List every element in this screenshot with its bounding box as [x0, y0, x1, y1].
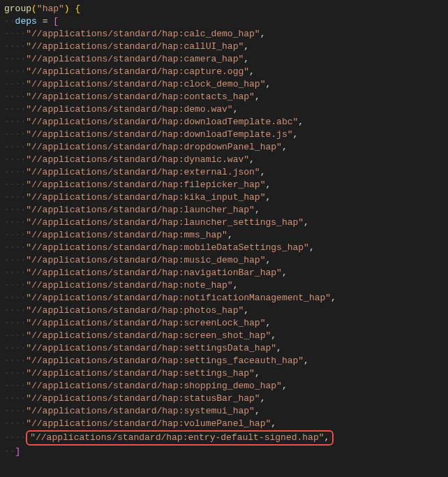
- indent-guide: ····: [4, 116, 26, 129]
- comma: ,: [331, 292, 336, 304]
- comma: ,: [282, 141, 288, 154]
- code-line[interactable]: group("hap") {: [0, 3, 448, 15]
- indent-guide: ····: [4, 432, 26, 444]
- code-line[interactable]: ····"//applications/standard/hap:downloa…: [0, 116, 448, 129]
- string-literal: "//applications/standard/hap:external.js…: [26, 166, 260, 179]
- comma: ,: [255, 405, 260, 418]
- highlighted-entry: "//applications/standard/hap:entry-defau…: [26, 430, 334, 446]
- comma: ,: [260, 28, 266, 41]
- code-line[interactable]: ····"//applications/standard/hap:contact…: [0, 91, 448, 103]
- code-line[interactable]: ····"//applications/standard/hap:setting…: [0, 355, 448, 367]
- code-line[interactable]: ····"//applications/standard/hap:launche…: [0, 204, 448, 217]
- code-line[interactable]: ····"//applications/standard/hap:demo.wa…: [0, 103, 448, 116]
- string-literal: "//applications/standard/hap:kika_input_…: [26, 191, 265, 204]
- comma: ,: [233, 103, 239, 116]
- open-brace: {: [75, 3, 80, 15]
- indent-guide: ····: [4, 355, 26, 367]
- comma: ,: [260, 166, 266, 179]
- variable-name: deps: [15, 15, 37, 28]
- code-line[interactable]: ··]: [0, 446, 448, 458]
- string-literal: "//applications/standard/hap:capture.ogg…: [26, 66, 249, 78]
- code-line[interactable]: ····"//applications/standard/hap:dropdow…: [0, 141, 448, 154]
- indent-guide: ····: [4, 242, 26, 254]
- code-line[interactable]: ····"//applications/standard/hap:photos_…: [0, 304, 448, 317]
- indent-guide: ····: [4, 78, 26, 91]
- code-line[interactable]: ····"//applications/standard/hap:setting…: [0, 367, 448, 380]
- string-literal: "//applications/standard/hap:navigationB…: [26, 267, 282, 279]
- string-literal: "//applications/standard/hap:launcher_ha…: [26, 204, 255, 217]
- string-literal: "//applications/standard/hap:contacts_ha…: [26, 91, 255, 103]
- code-line[interactable]: ····"//applications/standard/hap:statusB…: [0, 392, 448, 405]
- code-line[interactable]: ····"//applications/standard/hap:systemu…: [0, 405, 448, 418]
- close-paren: ): [64, 3, 70, 15]
- assign-operator: =: [37, 15, 53, 28]
- comma: ,: [282, 267, 288, 279]
- string-literal: "//applications/standard/hap:demo.wav": [26, 103, 232, 116]
- code-line[interactable]: ····"//applications/standard/hap:entry-d…: [0, 430, 448, 446]
- code-line[interactable]: ····"//applications/standard/hap:note_ha…: [0, 279, 448, 292]
- code-line[interactable]: ····"//applications/standard/hap:mms_hap…: [0, 229, 448, 242]
- string-literal: "//applications/standard/hap:settings_fa…: [26, 355, 304, 367]
- string-literal: "//applications/standard/hap:settingsDat…: [26, 342, 276, 355]
- indent-guide: ····: [4, 279, 26, 292]
- code-line[interactable]: ····"//applications/standard/hap:calc_de…: [0, 28, 448, 41]
- comma: ,: [304, 355, 309, 367]
- string-literal: "//applications/standard/hap:dropdownPan…: [26, 141, 282, 154]
- code-line[interactable]: ····"//applications/standard/hap:music_d…: [0, 254, 448, 267]
- code-line[interactable]: ····"//applications/standard/hap:shoppin…: [0, 380, 448, 392]
- string-literal: "//applications/standard/hap:note_hap": [26, 279, 232, 292]
- code-line[interactable]: ····"//applications/standard/hap:mobileD…: [0, 242, 448, 254]
- code-line[interactable]: ····"//applications/standard/hap:screenL…: [0, 317, 448, 330]
- code-line[interactable]: ····"//applications/standard/hap:volumeP…: [0, 418, 448, 430]
- code-line[interactable]: ····"//applications/standard/hap:filepic…: [0, 179, 448, 191]
- string-literal: "//applications/standard/hap:clock_demo_…: [26, 78, 265, 91]
- indent-guide: ····: [4, 304, 26, 317]
- code-line[interactable]: ····"//applications/standard/hap:capture…: [0, 66, 448, 78]
- indent-guide: ····: [4, 41, 26, 53]
- open-paren: (: [31, 3, 37, 15]
- string-literal: "//applications/standard/hap:downloadTem…: [26, 129, 292, 141]
- string-literal: "//applications/standard/hap:callUI_hap": [26, 41, 244, 53]
- indent-guide: ····: [4, 129, 26, 141]
- comma: ,: [227, 229, 233, 242]
- indent-guide: ····: [4, 418, 26, 430]
- code-line[interactable]: ····"//applications/standard/hap:launche…: [0, 217, 448, 229]
- comma: ,: [276, 342, 282, 355]
- string-literal: "//applications/standard/hap:mms_hap": [26, 229, 227, 242]
- indent-guide: ····: [4, 204, 26, 217]
- indent-guide: ····: [4, 179, 26, 191]
- indent-guide: ··: [4, 446, 15, 458]
- code-line[interactable]: ····"//applications/standard/hap:downloa…: [0, 129, 448, 141]
- code-line[interactable]: ··deps = [: [0, 15, 448, 28]
- string-literal: "//applications/standard/hap:photos_hap": [26, 304, 244, 317]
- string-literal: "//applications/standard/hap:mobileDataS…: [26, 242, 309, 254]
- close-bracket: ]: [15, 446, 21, 458]
- string-literal: "//applications/standard/hap:statusBar_h…: [26, 392, 260, 405]
- comma: ,: [260, 392, 266, 405]
- comma: ,: [265, 78, 271, 91]
- indent-guide: ····: [4, 330, 26, 342]
- code-line[interactable]: ····"//applications/standard/hap:kika_in…: [0, 191, 448, 204]
- string-literal: "//applications/standard/hap:downloadTem…: [26, 116, 298, 129]
- code-line[interactable]: ····"//applications/standard/hap:screen_…: [0, 330, 448, 342]
- code-line[interactable]: ····"//applications/standard/hap:externa…: [0, 166, 448, 179]
- string-literal: "//applications/standard/hap:dynamic.wav…: [26, 154, 249, 166]
- code-line[interactable]: ····"//applications/standard/hap:dynamic…: [0, 154, 448, 166]
- string-literal: "//applications/standard/hap:screen_shot…: [26, 330, 271, 342]
- code-line[interactable]: ····"//applications/standard/hap:setting…: [0, 342, 448, 355]
- indent-guide: ····: [4, 254, 26, 267]
- code-line[interactable]: ····"//applications/standard/hap:clock_d…: [0, 78, 448, 91]
- indent-guide: ····: [4, 405, 26, 418]
- code-line[interactable]: ····"//applications/standard/hap:camera_…: [0, 53, 448, 66]
- code-line[interactable]: ····"//applications/standard/hap:notific…: [0, 292, 448, 304]
- code-line[interactable]: ····"//applications/standard/hap:callUI_…: [0, 41, 448, 53]
- code-line[interactable]: ····"//applications/standard/hap:navigat…: [0, 267, 448, 279]
- indent-guide: ····: [4, 317, 26, 330]
- string-literal: "hap": [37, 3, 64, 15]
- comma: ,: [249, 66, 255, 78]
- comma: ,: [244, 41, 249, 53]
- indent-guide: ····: [4, 267, 26, 279]
- indent-guide: ····: [4, 217, 26, 229]
- string-literal: "//applications/standard/hap:systemui_ha…: [26, 405, 255, 418]
- code-editor[interactable]: group("hap") {··deps = [····"//applicati…: [0, 3, 448, 458]
